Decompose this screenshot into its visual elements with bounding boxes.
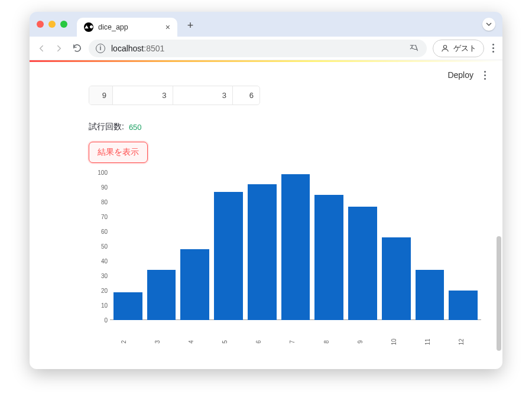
- bar[interactable]: [147, 270, 176, 320]
- guest-label: ゲスト: [453, 43, 476, 54]
- streamlit-favicon-icon: [84, 22, 93, 32]
- omnibox[interactable]: i localhost:8501: [89, 40, 427, 57]
- trial-count-row: 試行回数: 650: [89, 122, 485, 132]
- x-tick-label: 7: [289, 325, 302, 358]
- x-tick-label: 12: [458, 325, 471, 358]
- bar-chart[interactable]: 0102030405060708090100 23456789101112: [89, 172, 485, 344]
- y-tick-label: 50: [92, 243, 108, 250]
- y-tick-label: 100: [92, 169, 108, 176]
- bar[interactable]: [314, 195, 343, 321]
- y-tick-label: 40: [92, 258, 108, 265]
- y-tick-label: 80: [92, 199, 108, 205]
- bar[interactable]: [180, 249, 209, 320]
- y-tick-label: 70: [92, 214, 108, 220]
- browser-tab[interactable]: dice_app ×: [77, 18, 177, 37]
- browser-window: dice_app × + i localhost:8501 ゲスト: [30, 12, 502, 369]
- app-menu-button[interactable]: [482, 71, 488, 80]
- bar[interactable]: [416, 270, 445, 320]
- forward-button[interactable]: [53, 43, 65, 54]
- maximize-window-icon[interactable]: [60, 21, 67, 28]
- translate-icon[interactable]: [409, 43, 420, 54]
- minimize-window-icon[interactable]: [48, 21, 56, 28]
- svg-point-0: [443, 45, 446, 48]
- trial-label: 試行回数:: [89, 122, 124, 132]
- main-column: 9 3 3 6 試行回数: 650 結果を表示 0102030405060708…: [89, 86, 485, 344]
- table-cell: 3: [113, 86, 173, 105]
- bar[interactable]: [281, 174, 310, 321]
- bar[interactable]: [248, 184, 277, 320]
- app-content: Deploy 9 3 3 6 試行回数: 650 結果を表示 010203040…: [30, 62, 502, 369]
- tab-title: dice_app: [98, 23, 128, 31]
- y-tick-label: 20: [92, 288, 108, 294]
- bar[interactable]: [348, 207, 377, 321]
- url-text: localhost:8501: [111, 44, 164, 53]
- x-tick-label: 5: [222, 325, 235, 358]
- profile-guest-button[interactable]: ゲスト: [433, 40, 484, 57]
- x-tick-label: 2: [121, 325, 134, 358]
- site-info-icon[interactable]: i: [96, 44, 105, 53]
- new-tab-button[interactable]: +: [182, 17, 199, 34]
- x-tick-label: 6: [255, 325, 268, 358]
- trial-count-value: 650: [129, 123, 142, 132]
- x-tick-label: 10: [390, 325, 403, 358]
- y-tick-label: 0: [92, 317, 108, 324]
- bar[interactable]: [214, 192, 243, 321]
- bar[interactable]: [449, 291, 478, 320]
- x-tick-label: 3: [154, 325, 167, 358]
- close-tab-icon[interactable]: ×: [166, 22, 170, 32]
- y-tick-label: 60: [92, 229, 108, 235]
- back-button[interactable]: [35, 43, 47, 54]
- table-cell: 9: [89, 86, 113, 105]
- tab-bar: dice_app × +: [30, 12, 502, 37]
- deploy-button[interactable]: Deploy: [447, 70, 473, 80]
- bar[interactable]: [382, 237, 411, 320]
- close-window-icon[interactable]: [37, 21, 44, 28]
- scrollbar-thumb[interactable]: [497, 236, 501, 351]
- x-tick-label: 9: [356, 325, 369, 358]
- data-table: 9 3 3 6: [89, 86, 260, 105]
- show-results-button[interactable]: 結果を表示: [89, 142, 148, 163]
- y-tick-label: 10: [92, 302, 108, 309]
- x-tick-label: 11: [424, 325, 437, 358]
- address-bar: i localhost:8501 ゲスト: [30, 37, 502, 60]
- scrollbar[interactable]: [496, 109, 502, 363]
- table-cell: 3: [173, 86, 233, 105]
- table-cell: 6: [233, 86, 259, 105]
- x-tick-label: 4: [188, 325, 201, 358]
- browser-menu-button[interactable]: [490, 44, 497, 53]
- window-controls: [37, 21, 67, 28]
- tab-overflow-button[interactable]: [482, 18, 495, 31]
- x-tick-label: 8: [323, 325, 336, 358]
- y-tick-label: 90: [92, 184, 108, 191]
- reload-button[interactable]: [71, 43, 83, 54]
- bar[interactable]: [113, 292, 142, 321]
- y-tick-label: 30: [92, 273, 108, 279]
